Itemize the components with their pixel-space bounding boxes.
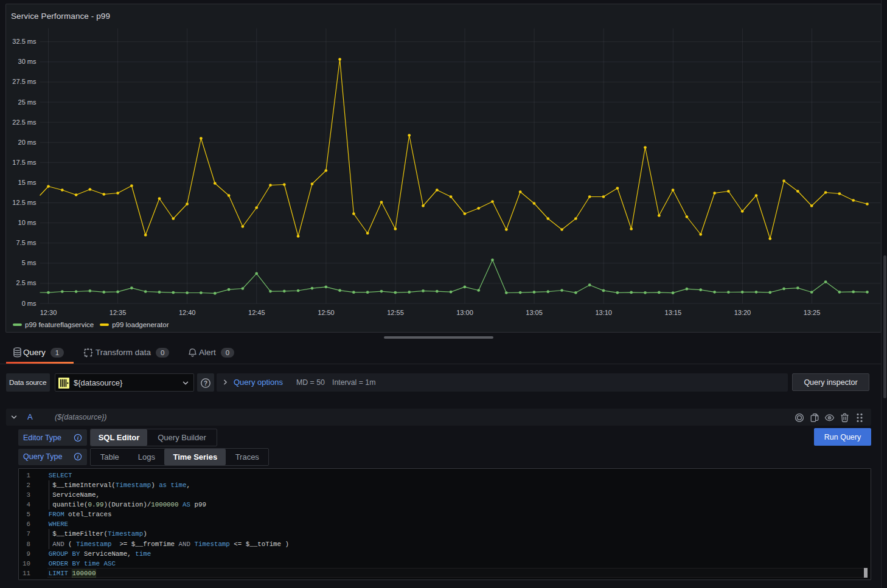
- svg-text:10 ms: 10 ms: [18, 219, 36, 226]
- svg-text:32.5 ms: 32.5 ms: [12, 38, 37, 45]
- svg-text:?: ?: [204, 380, 207, 387]
- svg-text:12:45: 12:45: [248, 308, 265, 316]
- svg-text:25 ms: 25 ms: [18, 98, 36, 105]
- svg-text:13:20: 13:20: [734, 308, 751, 316]
- svg-text:13:00: 13:00: [456, 308, 473, 316]
- svg-text:20 ms: 20 ms: [18, 138, 36, 145]
- svg-text:12:40: 12:40: [178, 308, 195, 316]
- svg-text:2.5 ms: 2.5 ms: [16, 279, 37, 286]
- svg-text:12.5 ms: 12.5 ms: [12, 199, 37, 206]
- svg-text:i: i: [77, 435, 79, 441]
- svg-text:27.5 ms: 27.5 ms: [12, 78, 37, 85]
- svg-text:i: i: [77, 454, 79, 460]
- svg-text:12:35: 12:35: [109, 308, 126, 316]
- svg-text:13:10: 13:10: [595, 308, 612, 316]
- svg-text:5 ms: 5 ms: [21, 259, 36, 266]
- svg-text:22.5 ms: 22.5 ms: [12, 118, 37, 125]
- svg-text:13:25: 13:25: [803, 308, 820, 316]
- svg-text:30 ms: 30 ms: [18, 58, 36, 65]
- svg-text:12:50: 12:50: [318, 308, 335, 316]
- svg-text:17.5 ms: 17.5 ms: [12, 158, 37, 165]
- svg-text:13:15: 13:15: [664, 308, 681, 316]
- svg-text:12:55: 12:55: [387, 308, 404, 316]
- svg-text:0 ms: 0 ms: [21, 299, 36, 306]
- svg-text:15 ms: 15 ms: [18, 178, 36, 185]
- svg-text:7.5 ms: 7.5 ms: [16, 239, 37, 246]
- svg-text:12:30: 12:30: [40, 308, 57, 316]
- svg-text:13:05: 13:05: [526, 308, 543, 316]
